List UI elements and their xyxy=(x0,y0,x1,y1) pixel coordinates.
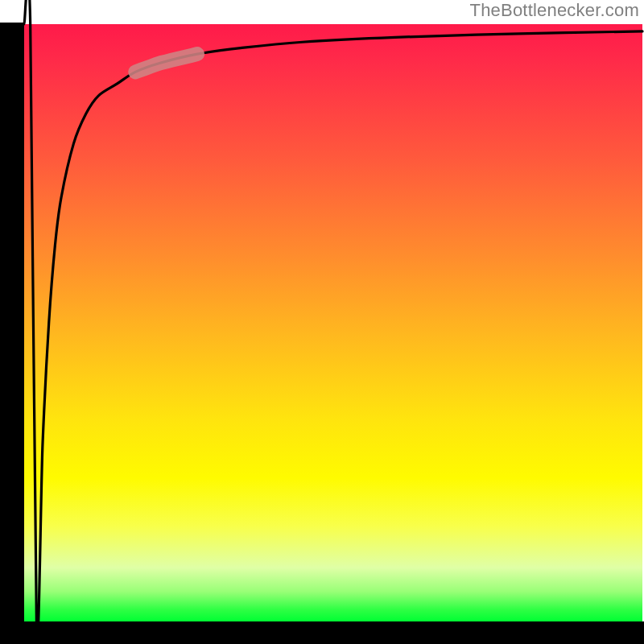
x-axis xyxy=(0,621,644,644)
highlight-segment xyxy=(135,54,197,72)
watermark-text: TheBottlenecker.com xyxy=(470,0,639,21)
bottleneck-curve xyxy=(24,0,642,636)
chart-container: TheBottlenecker.com xyxy=(0,0,644,644)
y-axis xyxy=(0,23,24,623)
curve-layer xyxy=(24,24,642,621)
